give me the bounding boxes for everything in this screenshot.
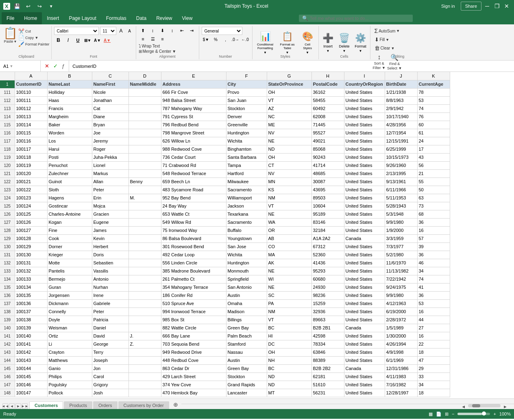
cell-128-F[interactable]: Buffalo: [226, 226, 267, 234]
cell-133-A[interactable]: 100132: [15, 267, 47, 275]
cell-147-K[interactable]: 34: [417, 381, 450, 389]
zoom-in-button[interactable]: +: [493, 411, 496, 416]
quick-access-undo[interactable]: ↩: [24, 2, 33, 11]
cell-138-G[interactable]: NM: [267, 307, 311, 316]
cell-145-I[interactable]: Canada: [344, 364, 385, 372]
row-140-num[interactable]: 140: [0, 324, 15, 332]
cell-112-H[interactable]: 58455: [311, 96, 344, 104]
cell-131-B[interactable]: Krieger: [47, 251, 92, 259]
row-111-num[interactable]: 111: [0, 88, 15, 96]
cell-134-K[interactable]: 74: [417, 275, 450, 283]
cell-143-B[interactable]: Crayton: [47, 348, 92, 356]
cell-129-F[interactable]: Youngstown: [226, 234, 267, 242]
cell-118-I[interactable]: United States: [344, 145, 385, 153]
cell-134-B[interactable]: Bermejo: [47, 275, 92, 283]
row-146-num[interactable]: 146: [0, 372, 15, 381]
cell-135-K[interactable]: 41: [417, 283, 450, 291]
cell-121-F[interactable]: Hartford: [226, 169, 267, 178]
cell-119-D[interactable]: [128, 153, 161, 161]
cell-116-I[interactable]: United States: [344, 129, 385, 137]
cell-115-K[interactable]: 60: [417, 121, 450, 129]
header-namelast[interactable]: NameLast: [47, 80, 92, 88]
cell-114-A[interactable]: 100113: [15, 113, 47, 121]
row-128-num[interactable]: 128: [0, 226, 15, 234]
row-142-num[interactable]: 142: [0, 340, 15, 348]
cell-124-D[interactable]: M.: [128, 194, 161, 202]
cell-124-I[interactable]: United States: [344, 194, 385, 202]
autosum-button[interactable]: Σ AutoSum ▼: [373, 27, 402, 35]
cell-120-G[interactable]: CT: [267, 161, 311, 169]
cell-117-A[interactable]: 100116: [15, 137, 47, 145]
menu-review[interactable]: Review: [151, 12, 177, 24]
cell-133-J[interactable]: 11/13/1982: [385, 267, 417, 275]
cell-144-D[interactable]: [128, 356, 161, 364]
cell-135-D[interactable]: [128, 283, 161, 291]
cell-126-E[interactable]: 653 Wattle Ct: [161, 210, 226, 218]
cell-139-I[interactable]: United States: [344, 316, 385, 324]
cell-120-K[interactable]: 56: [417, 161, 450, 169]
row-136-num[interactable]: 136: [0, 291, 15, 299]
cell-117-I[interactable]: United States: [344, 137, 385, 145]
cell-135-I[interactable]: United States: [344, 283, 385, 291]
cell-144-J[interactable]: 6/1/1969: [385, 356, 417, 364]
cell-127-D[interactable]: [128, 218, 161, 226]
cell-128-H[interactable]: 32184: [311, 226, 344, 234]
cell-139-B[interactable]: Doyle: [47, 316, 92, 324]
add-sheet-button[interactable]: ⊕: [170, 400, 181, 409]
cell-135-J[interactable]: 9/24/1975: [385, 283, 417, 291]
cell-116-J[interactable]: 12/7/1954: [385, 129, 417, 137]
header-namemiddle[interactable]: NameMiddle: [128, 80, 161, 88]
cell-129-G[interactable]: AB: [267, 234, 311, 242]
cell-116-K[interactable]: 61: [417, 129, 450, 137]
cell-112-A[interactable]: 100111: [15, 96, 47, 104]
cell-137-I[interactable]: United States: [344, 299, 385, 307]
cell-118-J[interactable]: 6/25/1999: [385, 145, 417, 153]
cell-117-G[interactable]: NE: [267, 137, 311, 145]
cell-114-F[interactable]: Denver: [226, 113, 267, 121]
cell-137-G[interactable]: PA: [267, 299, 311, 307]
cell-138-J[interactable]: 6/19/2000: [385, 307, 417, 316]
cell-118-G[interactable]: ND: [267, 145, 311, 153]
cell-115-J[interactable]: 4/28/1956: [385, 121, 417, 129]
cell-140-G[interactable]: BC: [267, 324, 311, 332]
cell-134-H[interactable]: 60680: [311, 275, 344, 283]
cell-147-H[interactable]: 51610: [311, 381, 344, 389]
cell-129-I[interactable]: Canada: [344, 234, 385, 242]
cell-115-C[interactable]: Bryan: [92, 121, 128, 129]
cell-121-I[interactable]: United States: [344, 169, 385, 178]
cell-134-G[interactable]: WI: [267, 275, 311, 283]
cell-126-F[interactable]: Texarkana: [226, 210, 267, 218]
cell-127-J[interactable]: 9/9/1980: [385, 218, 417, 226]
cell-116-A[interactable]: 100115: [15, 129, 47, 137]
cell-111-D[interactable]: [128, 88, 161, 96]
delete-button[interactable]: 🗑️ Delete ▼: [337, 30, 352, 55]
cell-128-J[interactable]: 1/9/2000: [385, 226, 417, 234]
cell-124-C[interactable]: Erin: [92, 194, 128, 202]
quick-access-customize[interactable]: ▼: [47, 2, 56, 11]
header-address[interactable]: Address: [161, 80, 226, 88]
cell-141-J[interactable]: 1/30/2000: [385, 332, 417, 340]
cell-118-E[interactable]: 988 Redwood Cove: [161, 145, 226, 153]
cell-145-G[interactable]: BC: [267, 364, 311, 372]
row-120-num[interactable]: 120: [0, 161, 15, 169]
cell-120-A[interactable]: 100119: [15, 161, 47, 169]
cell-121-K[interactable]: 21: [417, 169, 450, 178]
col-header-K[interactable]: K: [417, 72, 450, 80]
cell-138-C[interactable]: Peter: [92, 307, 128, 316]
cell-145-C[interactable]: Jon: [92, 364, 128, 372]
cell-121-H[interactable]: 48685: [311, 169, 344, 178]
cell-135-B[interactable]: Guran: [47, 283, 92, 291]
cell-130-J[interactable]: 7/3/1977: [385, 242, 417, 251]
cell-123-F[interactable]: Sacramento: [226, 186, 267, 194]
cell-142-I[interactable]: United States: [344, 340, 385, 348]
cell-112-K[interactable]: 53: [417, 96, 450, 104]
cell-115-B[interactable]: Baker: [47, 121, 92, 129]
cell-113-G[interactable]: AZ: [267, 104, 311, 113]
horizontal-scroll-left[interactable]: ◄: [461, 404, 466, 409]
cell-133-C[interactable]: Vassilis: [92, 267, 128, 275]
cell-119-F[interactable]: Santa Barbara: [226, 153, 267, 161]
cell-114-K[interactable]: 76: [417, 113, 450, 121]
font-size-select[interactable]: 11: [100, 27, 116, 35]
cell-118-F[interactable]: Binghamton: [226, 145, 267, 153]
cell-139-G[interactable]: VT: [267, 316, 311, 324]
